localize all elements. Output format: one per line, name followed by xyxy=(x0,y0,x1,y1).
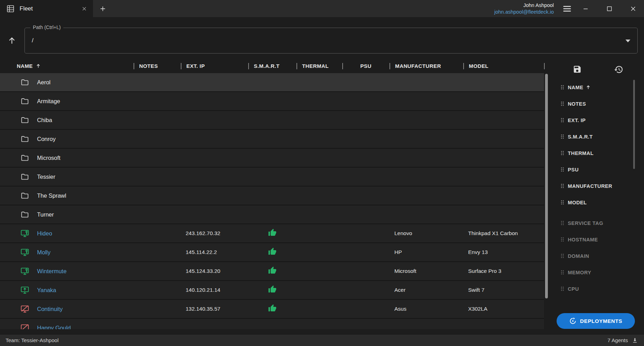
agents-count[interactable]: 7 Agents xyxy=(608,337,638,344)
table-scrollbar-thumb[interactable] xyxy=(545,74,548,298)
row-name[interactable]: Continuity xyxy=(37,306,63,312)
drag-handle-icon[interactable] xyxy=(559,199,565,205)
table-row-aerol[interactable]: Aerol xyxy=(0,73,544,92)
row-ext-ip xyxy=(181,130,248,148)
column-toggle-domain[interactable]: DOMAIN xyxy=(549,248,644,264)
table-row-the-sprawl[interactable]: The Sprawl xyxy=(0,186,544,205)
column-toggle-name[interactable]: NAME xyxy=(549,79,644,96)
row-model xyxy=(463,205,544,224)
row-name-cell: Yanaka xyxy=(0,281,134,299)
row-name[interactable]: Wintermute xyxy=(37,268,66,275)
drag-handle-icon[interactable] xyxy=(559,134,565,140)
row-notes xyxy=(134,300,181,318)
path-input[interactable]: Path (Ctrl+L) / xyxy=(24,28,638,54)
row-name[interactable]: Hideo xyxy=(37,230,52,237)
tab-title: Fleet xyxy=(20,5,76,12)
row-name[interactable]: Happy Gould xyxy=(37,325,71,330)
row-name[interactable]: Aerol xyxy=(37,79,51,86)
save-view-button[interactable] xyxy=(573,65,582,74)
table-row-tessier[interactable]: Tessier xyxy=(0,168,544,186)
row-name[interactable]: Armitage xyxy=(37,98,60,105)
row-name[interactable]: Turner xyxy=(37,211,54,218)
drag-handle-icon[interactable] xyxy=(559,220,565,226)
table-row-armitage[interactable]: Armitage xyxy=(0,92,544,111)
path-label: Path (Ctrl+L) xyxy=(30,24,63,30)
column-toggle-memory[interactable]: MEMORY xyxy=(549,264,644,281)
table-row-turner[interactable]: Turner xyxy=(0,205,544,224)
tab-close-icon[interactable] xyxy=(81,6,87,12)
column-toggle-notes[interactable]: NOTES xyxy=(549,96,644,112)
column-toggle-psu[interactable]: PSU xyxy=(549,161,644,178)
column-toggle-s-m-a-r-t[interactable]: S.M.A.R.T xyxy=(549,128,644,145)
column-toggle-cpu[interactable]: CPU xyxy=(549,281,644,297)
thumbs-up-icon xyxy=(268,228,277,238)
new-tab-button[interactable] xyxy=(93,0,113,17)
drag-handle-icon[interactable] xyxy=(559,101,565,107)
minimize-button[interactable] xyxy=(575,0,596,17)
column-header-manufacturer[interactable]: MANUFACTURER xyxy=(389,59,463,73)
column-header-notes[interactable]: NOTES xyxy=(134,59,181,73)
row-name[interactable]: Chiba xyxy=(37,117,52,123)
table-row-wintermute[interactable]: Wintermute145.124.33.20MicrosoftSurface … xyxy=(0,262,544,281)
column-toggle-model[interactable]: MODEL xyxy=(549,194,644,211)
user-email-link[interactable]: john.ashpool@fleetdeck.io xyxy=(494,9,554,15)
column-toggle-label: PSU xyxy=(568,167,579,172)
drag-handle-icon[interactable] xyxy=(559,269,565,275)
table-row-chiba[interactable]: Chiba xyxy=(0,111,544,130)
drag-handle-icon[interactable] xyxy=(559,236,565,242)
row-model: Swift 7 xyxy=(463,281,544,299)
tab-fleet[interactable]: Fleet xyxy=(0,0,93,17)
column-header-thermal[interactable]: THERMAL xyxy=(296,59,342,73)
column-header-psu[interactable]: PSU xyxy=(342,59,389,73)
agent-online-icon xyxy=(20,267,29,276)
column-toggle-gpu[interactable]: GPU xyxy=(549,297,644,303)
row-manufacturer xyxy=(389,111,463,129)
close-button[interactable] xyxy=(623,0,643,17)
row-name[interactable]: Tessier xyxy=(37,174,55,180)
column-toggle-manufacturer[interactable]: MANUFACTURER xyxy=(549,178,644,194)
drag-handle-icon[interactable] xyxy=(559,302,565,303)
column-toggle-service-tag[interactable]: SERVICE TAG xyxy=(549,215,644,231)
table-row-happy-gould[interactable]: Happy Gould xyxy=(0,319,544,329)
window-controls xyxy=(575,0,643,17)
folder-icon xyxy=(20,172,29,181)
row-name[interactable]: Yanaka xyxy=(37,287,56,294)
maximize-button[interactable] xyxy=(599,0,620,17)
row-name[interactable]: The Sprawl xyxy=(37,192,66,199)
drag-handle-icon[interactable] xyxy=(559,84,565,90)
menu-button[interactable] xyxy=(559,0,575,17)
table-row-yanaka[interactable]: Yanaka140.120.21.14AcerSwift 7 xyxy=(0,281,544,300)
column-header-s-m-a-r-t[interactable]: S.M.A.R.T xyxy=(248,59,296,73)
drag-handle-icon[interactable] xyxy=(559,253,565,259)
drag-handle-icon[interactable] xyxy=(559,183,565,189)
table-row-molly[interactable]: Molly145.114.22.2HPEnvy 13 xyxy=(0,243,544,262)
drag-handle-icon[interactable] xyxy=(559,117,565,123)
drag-handle-icon[interactable] xyxy=(559,150,565,156)
restore-view-button[interactable] xyxy=(614,65,623,74)
folder-icon xyxy=(20,210,29,219)
column-toggle-hostname[interactable]: HOSTNAME xyxy=(549,231,644,248)
table-row-conroy[interactable]: Conroy xyxy=(0,130,544,149)
drag-handle-icon[interactable] xyxy=(559,167,565,172)
path-dropdown-icon[interactable] xyxy=(625,40,630,42)
row-name[interactable]: Conroy xyxy=(37,136,56,142)
agent-remote-icon xyxy=(20,285,29,295)
row-name[interactable]: Microsoft xyxy=(37,155,60,161)
column-toggle-thermal[interactable]: THERMAL xyxy=(549,145,644,161)
navigate-up-button[interactable] xyxy=(5,34,19,48)
drag-handle-icon[interactable] xyxy=(559,286,565,292)
column-header-label: MODEL xyxy=(469,63,488,69)
column-header-ext-ip[interactable]: EXT. IP xyxy=(181,59,248,73)
row-psu xyxy=(342,205,389,224)
row-name[interactable]: Molly xyxy=(37,249,51,256)
table-row-continuity[interactable]: Continuity132.140.35.57AsusX302LA xyxy=(0,300,544,319)
column-header-model[interactable]: MODEL xyxy=(463,59,544,73)
table-row-hideo[interactable]: Hideo243.162.70.32LenovoThinkpad X1 Carb… xyxy=(0,224,544,243)
panel-scrollbar-thumb[interactable] xyxy=(633,80,635,169)
row-name-cell: Armitage xyxy=(0,92,134,110)
column-toggle-ext-ip[interactable]: EXT. IP xyxy=(549,112,644,128)
column-header-name[interactable]: NAME xyxy=(0,59,134,73)
table-scrollbar[interactable] xyxy=(544,73,549,329)
deployments-button[interactable]: DEPLOYMENTS xyxy=(557,313,635,329)
table-row-microsoft[interactable]: Microsoft xyxy=(0,149,544,168)
